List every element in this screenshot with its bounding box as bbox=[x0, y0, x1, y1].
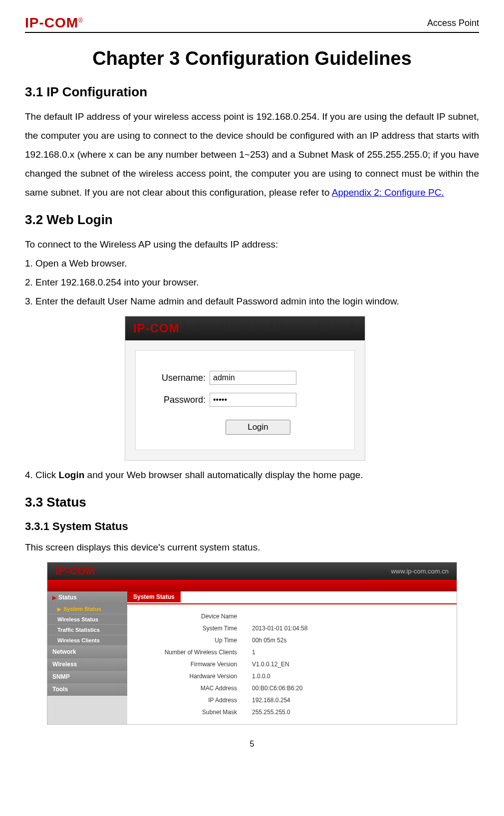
field-firmware-value: V1.0.0.12_EN bbox=[252, 661, 289, 668]
arrow-icon: ▶ bbox=[52, 595, 56, 600]
field-subnet-label: Subnet Mask bbox=[127, 709, 252, 716]
status-logo: IP-COM bbox=[55, 564, 95, 577]
chapter-title: Chapter 3 Configuration Guidelines bbox=[25, 48, 479, 69]
step-4: 4. Click Login and your Web browser shal… bbox=[25, 466, 479, 485]
header-right-text: Access Point bbox=[427, 18, 479, 28]
section-32-heading: 3.2 Web Login bbox=[25, 212, 479, 228]
field-mac-label: MAC Address bbox=[127, 685, 252, 692]
section-33-text: This screen displays this device's curre… bbox=[25, 538, 479, 557]
field-device-name-label: Device Name bbox=[127, 613, 252, 620]
red-nav-bar bbox=[47, 579, 457, 591]
status-sidebar: ▶Status ▶System Status Wireless Status T… bbox=[47, 591, 127, 724]
step-4-c: and your Web browser shall automatically… bbox=[84, 470, 363, 480]
login-screenshot-panel: IP-COM Username: Password: Login bbox=[125, 316, 365, 461]
section-31-heading: 3.1 IP Configuration bbox=[25, 84, 479, 100]
section-331-heading: 3.3.1 System Status bbox=[25, 520, 479, 533]
password-input[interactable] bbox=[210, 393, 296, 407]
status-header: IP-COM www.ip-com.com.cn bbox=[47, 562, 457, 579]
sidebar-tools[interactable]: Tools bbox=[47, 683, 127, 696]
field-clients-value: 1 bbox=[252, 649, 255, 656]
status-content: System Status Device Name System Time201… bbox=[127, 591, 457, 724]
status-fields: Device Name System Time2013-01-01 01:04:… bbox=[127, 603, 457, 724]
field-system-time-value: 2013-01-01 01:04:58 bbox=[252, 625, 307, 632]
step-3: 3. Enter the default User Name admin and… bbox=[25, 292, 479, 311]
sidebar-network[interactable]: Network bbox=[47, 646, 127, 658]
section-33-heading: 3.3 Status bbox=[25, 495, 479, 510]
field-ip-value: 192.168.0.254 bbox=[252, 697, 290, 704]
field-clients-label: Number of Wireless Clients bbox=[127, 649, 252, 656]
sidebar-item-wireless-clients[interactable]: Wireless Clients bbox=[47, 635, 127, 646]
section-32-intro: To connect to the Wireless AP using the … bbox=[25, 235, 479, 254]
field-hardware-label: Hardware Version bbox=[127, 673, 252, 680]
field-up-time-value: 00h 05m 52s bbox=[252, 637, 286, 644]
step-4-a: 4. Click bbox=[25, 470, 59, 480]
step-4-bold: Login bbox=[59, 470, 85, 480]
username-input[interactable] bbox=[210, 371, 296, 385]
step-1: 1. Open a Web browser. bbox=[25, 254, 479, 273]
section-31-paragraph: The default IP address of your wireless … bbox=[25, 107, 479, 202]
field-mac-value: 00:B0:C6:06:B6:20 bbox=[252, 685, 302, 692]
sidebar-item-system-status[interactable]: ▶System Status bbox=[47, 604, 127, 614]
sidebar-wireless[interactable]: Wireless bbox=[47, 658, 127, 671]
registered-icon: ® bbox=[78, 17, 83, 24]
sidebar-snmp[interactable]: SNMP bbox=[47, 671, 127, 683]
password-label: Password: bbox=[151, 395, 210, 405]
field-system-time-label: System Time bbox=[127, 625, 252, 632]
appendix-link[interactable]: Appendix 2: Configure PC. bbox=[332, 187, 444, 198]
field-ip-label: IP Address bbox=[127, 697, 252, 704]
field-hardware-value: 1.0.0.0 bbox=[252, 673, 270, 680]
login-button[interactable]: Login bbox=[226, 420, 290, 435]
username-label: Username: bbox=[151, 373, 210, 383]
logo-text: IP-COM bbox=[25, 15, 78, 30]
arrow-icon: ▶ bbox=[57, 606, 61, 612]
field-up-time-label: Up Time bbox=[127, 637, 252, 644]
sidebar-item-wireless-status[interactable]: Wireless Status bbox=[47, 614, 127, 625]
step-2: 2. Enter 192.168.0.254 into your browser… bbox=[25, 273, 479, 292]
system-status-tab[interactable]: System Status bbox=[127, 591, 181, 602]
status-screenshot-panel: IP-COM www.ip-com.com.cn ▶Status ▶System… bbox=[47, 562, 457, 725]
page-number: 5 bbox=[25, 730, 479, 759]
header-logo: IP-COM® bbox=[25, 15, 83, 31]
login-header: IP-COM bbox=[125, 316, 365, 340]
login-body: Username: Password: Login bbox=[135, 350, 355, 450]
sidebar-item-traffic-statistics[interactable]: Traffic Statistics bbox=[47, 625, 127, 635]
section-31-text: The default IP address of your wireless … bbox=[25, 111, 479, 198]
field-firmware-label: Firmware Version bbox=[127, 661, 252, 668]
status-url: www.ip-com.com.cn bbox=[391, 567, 449, 575]
login-logo: IP-COM bbox=[133, 321, 180, 335]
sidebar-status[interactable]: ▶Status bbox=[47, 591, 127, 604]
field-subnet-value: 255.255.255.0 bbox=[252, 709, 290, 716]
page-header: IP-COM® Access Point bbox=[25, 15, 479, 33]
sidebar-item-label: System Status bbox=[63, 606, 101, 612]
sidebar-status-label: Status bbox=[58, 594, 77, 601]
